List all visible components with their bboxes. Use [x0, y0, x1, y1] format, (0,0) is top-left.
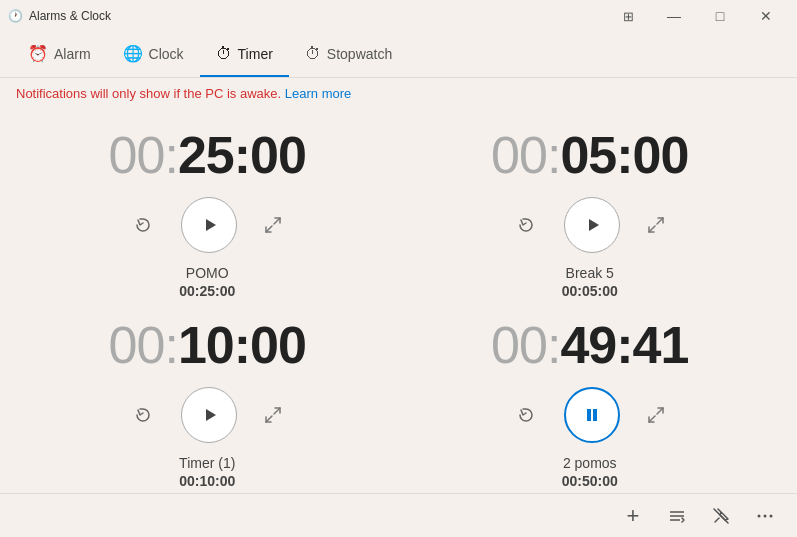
pomo-play-button[interactable]: [181, 197, 237, 253]
timer-grid: 00:25:00: [0, 109, 797, 493]
timer1-reset-button[interactable]: [125, 397, 161, 433]
more-button[interactable]: [745, 498, 785, 534]
reset-icon: [517, 216, 535, 234]
play-icon: [199, 405, 219, 425]
tab-stopwatch[interactable]: ⏱ Stopwatch: [289, 32, 408, 77]
reset-icon: [134, 216, 152, 234]
2pomos-label: 2 pomos 00:50:00: [562, 455, 618, 489]
timer-card-timer1: 00:10:00: [16, 307, 399, 493]
minimize-button[interactable]: —: [651, 0, 697, 32]
pomo-hours: 00:: [109, 126, 178, 184]
play-icon: [199, 215, 219, 235]
timer1-play-button[interactable]: [181, 387, 237, 443]
maximize-button[interactable]: □: [697, 0, 743, 32]
pomo-reset-button[interactable]: [125, 207, 161, 243]
expand-icon: [647, 216, 665, 234]
timer1-label-time: 00:10:00: [179, 473, 235, 489]
svg-marker-0: [206, 219, 216, 231]
stopwatch-icon: ⏱: [305, 45, 321, 63]
break5-time: 05:00: [560, 126, 688, 184]
pomo-expand-button[interactable]: [257, 209, 289, 241]
clock-icon: 🌐: [123, 44, 143, 63]
learn-more-link[interactable]: Learn more: [285, 86, 351, 101]
tab-alarm-label: Alarm: [54, 46, 91, 62]
pomo-controls: [125, 197, 289, 253]
break5-expand-button[interactable]: [640, 209, 672, 241]
expand-icon: [647, 406, 665, 424]
svg-rect-10: [593, 409, 597, 421]
system-icon: ⊞: [605, 0, 651, 32]
svg-marker-3: [589, 219, 599, 231]
timer1-label: Timer (1) 00:10:00: [179, 455, 235, 489]
reset-icon: [134, 406, 152, 424]
timer-card-2pomos: 00:49:41: [399, 307, 782, 493]
pomo-name: POMO: [179, 265, 235, 281]
reset-icon: [517, 406, 535, 424]
pin-icon: [711, 506, 731, 526]
pause-icon: [582, 405, 602, 425]
list-view-button[interactable]: [657, 498, 697, 534]
break5-controls: [508, 197, 672, 253]
pomo-display: 00:25:00: [109, 125, 306, 185]
svg-line-7: [266, 416, 272, 422]
tab-clock[interactable]: 🌐 Clock: [107, 32, 200, 77]
more-icon: [755, 506, 775, 526]
close-button[interactable]: ✕: [743, 0, 789, 32]
timer1-expand-button[interactable]: [257, 399, 289, 431]
timer1-time: 10:00: [178, 316, 306, 374]
nav-tabs: ⏰ Alarm 🌐 Clock ⏱ Timer ⏱ Stopwatch: [0, 32, 797, 78]
timer1-controls: [125, 387, 289, 443]
svg-rect-9: [587, 409, 591, 421]
titlebar-left: 🕐 Alarms & Clock: [8, 9, 111, 23]
timer-card-pomo: 00:25:00: [16, 117, 399, 307]
timer1-name: Timer (1): [179, 455, 235, 471]
notification-bar: Notifications will only show if the PC i…: [0, 78, 797, 109]
list-icon: [667, 506, 687, 526]
titlebar-controls: ⊞ — □ ✕: [605, 0, 789, 32]
tab-stopwatch-label: Stopwatch: [327, 46, 392, 62]
2pomos-pause-button[interactable]: [564, 387, 620, 443]
2pomos-time: 49:41: [560, 316, 688, 374]
titlebar: 🕐 Alarms & Clock ⊞ — □ ✕: [0, 0, 797, 32]
add-timer-button[interactable]: +: [613, 498, 653, 534]
tab-clock-label: Clock: [149, 46, 184, 62]
tab-alarm[interactable]: ⏰ Alarm: [12, 32, 107, 77]
app-title: Alarms & Clock: [29, 9, 111, 23]
2pomos-hours: 00:: [491, 316, 560, 374]
app-icon: 🕐: [8, 9, 23, 23]
tab-timer[interactable]: ⏱ Timer: [200, 32, 289, 77]
break5-display: 00:05:00: [491, 125, 688, 185]
break5-name: Break 5: [562, 265, 618, 281]
svg-line-2: [274, 218, 280, 224]
break5-hours: 00:: [491, 126, 560, 184]
svg-point-19: [764, 514, 767, 517]
svg-point-18: [758, 514, 761, 517]
timer1-display: 00:10:00: [109, 315, 306, 375]
timer-icon: ⏱: [216, 45, 232, 63]
svg-line-5: [657, 218, 663, 224]
2pomos-reset-button[interactable]: [508, 397, 544, 433]
2pomos-controls: [508, 387, 672, 443]
pomo-label: POMO 00:25:00: [179, 265, 235, 299]
svg-line-11: [649, 416, 655, 422]
svg-line-8: [274, 408, 280, 414]
break5-reset-button[interactable]: [508, 207, 544, 243]
bottom-toolbar: +: [0, 493, 797, 537]
svg-line-12: [657, 408, 663, 414]
2pomos-name: 2 pomos: [562, 455, 618, 471]
notification-text: Notifications will only show if the PC i…: [16, 86, 281, 101]
play-icon: [582, 215, 602, 235]
2pomos-display: 00:49:41: [491, 315, 688, 375]
svg-line-1: [266, 226, 272, 232]
pomo-label-time: 00:25:00: [179, 283, 235, 299]
2pomos-expand-button[interactable]: [640, 399, 672, 431]
pin-button[interactable]: [701, 498, 741, 534]
break5-play-button[interactable]: [564, 197, 620, 253]
tab-timer-label: Timer: [238, 46, 273, 62]
break5-label-time: 00:05:00: [562, 283, 618, 299]
expand-icon: [264, 216, 282, 234]
expand-icon: [264, 406, 282, 424]
svg-marker-6: [206, 409, 216, 421]
svg-line-4: [649, 226, 655, 232]
timer-card-break5: 00:05:00: [399, 117, 782, 307]
